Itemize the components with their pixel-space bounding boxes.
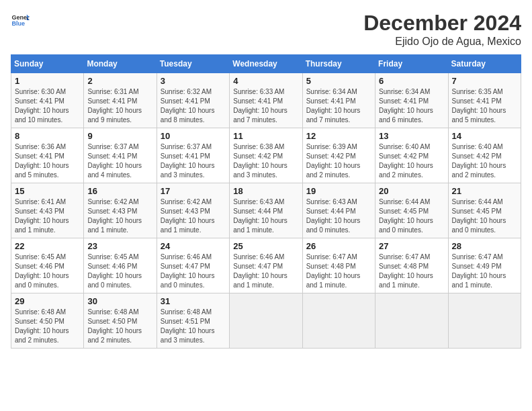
calendar-cell: 29 Sunrise: 6:48 AM Sunset: 4:50 PM Dayl… <box>11 293 84 349</box>
calendar-cell: 2 Sunrise: 6:31 AM Sunset: 4:41 PM Dayli… <box>84 73 157 128</box>
calendar-cell: 30 Sunrise: 6:48 AM Sunset: 4:50 PM Dayl… <box>84 293 157 349</box>
calendar-cell: 5 Sunrise: 6:34 AM Sunset: 4:41 PM Dayli… <box>302 73 375 128</box>
day-info: Sunrise: 6:38 AM Sunset: 4:42 PM Dayligh… <box>233 142 298 180</box>
day-number: 24 <box>161 241 226 251</box>
calendar-cell: 14 Sunrise: 6:40 AM Sunset: 4:42 PM Dayl… <box>448 128 521 183</box>
day-number: 27 <box>379 241 444 251</box>
calendar-cell: 21 Sunrise: 6:44 AM Sunset: 4:45 PM Dayl… <box>448 183 521 238</box>
calendar-cell <box>230 293 302 349</box>
day-info: Sunrise: 6:48 AM Sunset: 4:50 PM Dayligh… <box>87 308 152 345</box>
day-info: Sunrise: 6:43 AM Sunset: 4:44 PM Dayligh… <box>233 197 298 235</box>
day-info: Sunrise: 6:37 AM Sunset: 4:41 PM Dayligh… <box>87 142 152 180</box>
day-info: Sunrise: 6:48 AM Sunset: 4:51 PM Dayligh… <box>161 308 226 345</box>
day-number: 9 <box>87 131 152 141</box>
day-number: 23 <box>87 241 152 251</box>
page-header: General Blue December 2024 Ejido Ojo de … <box>11 11 521 48</box>
day-number: 19 <box>306 186 371 196</box>
col-tuesday: Tuesday <box>157 55 229 73</box>
day-info: Sunrise: 6:40 AM Sunset: 4:42 PM Dayligh… <box>379 142 444 180</box>
day-info: Sunrise: 6:39 AM Sunset: 4:42 PM Dayligh… <box>306 142 371 180</box>
day-number: 21 <box>452 186 517 196</box>
calendar-header: Sunday Monday Tuesday Wednesday Thursday… <box>11 55 521 73</box>
col-friday: Friday <box>375 55 448 73</box>
day-number: 31 <box>161 296 226 306</box>
calendar-cell: 11 Sunrise: 6:38 AM Sunset: 4:42 PM Dayl… <box>230 128 302 183</box>
header-row: Sunday Monday Tuesday Wednesday Thursday… <box>11 55 521 73</box>
calendar-cell: 20 Sunrise: 6:44 AM Sunset: 4:45 PM Dayl… <box>375 183 448 238</box>
calendar-week-5: 29 Sunrise: 6:48 AM Sunset: 4:50 PM Dayl… <box>11 293 521 349</box>
calendar-cell: 6 Sunrise: 6:34 AM Sunset: 4:41 PM Dayli… <box>375 73 448 128</box>
day-number: 26 <box>306 241 371 251</box>
day-info: Sunrise: 6:45 AM Sunset: 4:46 PM Dayligh… <box>87 253 152 290</box>
day-info: Sunrise: 6:30 AM Sunset: 4:41 PM Dayligh… <box>15 87 80 125</box>
day-number: 8 <box>15 131 80 141</box>
day-number: 5 <box>306 76 371 86</box>
col-monday: Monday <box>84 55 157 73</box>
calendar-cell: 27 Sunrise: 6:47 AM Sunset: 4:48 PM Dayl… <box>375 238 448 293</box>
day-info: Sunrise: 6:44 AM Sunset: 4:45 PM Dayligh… <box>452 197 517 235</box>
day-info: Sunrise: 6:41 AM Sunset: 4:43 PM Dayligh… <box>15 197 80 235</box>
title-area: December 2024 Ejido Ojo de Agua, Mexico <box>363 11 521 48</box>
calendar-cell: 15 Sunrise: 6:41 AM Sunset: 4:43 PM Dayl… <box>11 183 84 238</box>
logo-icon: General Blue <box>11 11 30 30</box>
day-number: 16 <box>87 186 152 196</box>
calendar-cell <box>375 293 448 349</box>
calendar-table: Sunday Monday Tuesday Wednesday Thursday… <box>11 54 521 349</box>
day-info: Sunrise: 6:45 AM Sunset: 4:46 PM Dayligh… <box>15 253 80 290</box>
day-number: 4 <box>233 76 298 86</box>
day-number: 28 <box>452 241 517 251</box>
day-number: 14 <box>452 131 517 141</box>
calendar-cell: 13 Sunrise: 6:40 AM Sunset: 4:42 PM Dayl… <box>375 128 448 183</box>
day-info: Sunrise: 6:46 AM Sunset: 4:47 PM Dayligh… <box>161 253 226 290</box>
day-info: Sunrise: 6:47 AM Sunset: 4:48 PM Dayligh… <box>379 253 444 290</box>
calendar-cell: 28 Sunrise: 6:47 AM Sunset: 4:49 PM Dayl… <box>448 238 521 293</box>
day-number: 20 <box>379 186 444 196</box>
svg-text:Blue: Blue <box>11 20 25 27</box>
day-info: Sunrise: 6:46 AM Sunset: 4:47 PM Dayligh… <box>233 253 298 290</box>
day-number: 2 <box>87 76 152 86</box>
day-number: 15 <box>15 186 80 196</box>
calendar-cell: 10 Sunrise: 6:37 AM Sunset: 4:41 PM Dayl… <box>157 128 229 183</box>
calendar-body: 1 Sunrise: 6:30 AM Sunset: 4:41 PM Dayli… <box>11 73 521 349</box>
day-info: Sunrise: 6:40 AM Sunset: 4:42 PM Dayligh… <box>452 142 517 180</box>
day-number: 11 <box>233 131 298 141</box>
day-number: 6 <box>379 76 444 86</box>
month-title: December 2024 <box>363 11 521 36</box>
day-number: 7 <box>452 76 517 86</box>
day-number: 3 <box>161 76 226 86</box>
calendar-cell: 12 Sunrise: 6:39 AM Sunset: 4:42 PM Dayl… <box>302 128 375 183</box>
day-number: 1 <box>15 76 80 86</box>
day-info: Sunrise: 6:42 AM Sunset: 4:43 PM Dayligh… <box>161 197 226 235</box>
calendar-cell <box>448 293 521 349</box>
calendar-cell: 31 Sunrise: 6:48 AM Sunset: 4:51 PM Dayl… <box>157 293 229 349</box>
calendar-cell: 3 Sunrise: 6:32 AM Sunset: 4:41 PM Dayli… <box>157 73 229 128</box>
calendar-cell: 24 Sunrise: 6:46 AM Sunset: 4:47 PM Dayl… <box>157 238 229 293</box>
day-number: 17 <box>161 186 226 196</box>
day-info: Sunrise: 6:32 AM Sunset: 4:41 PM Dayligh… <box>161 87 226 125</box>
col-saturday: Saturday <box>448 55 521 73</box>
day-info: Sunrise: 6:47 AM Sunset: 4:49 PM Dayligh… <box>452 253 517 290</box>
day-info: Sunrise: 6:36 AM Sunset: 4:41 PM Dayligh… <box>15 142 80 180</box>
calendar-cell: 8 Sunrise: 6:36 AM Sunset: 4:41 PM Dayli… <box>11 128 84 183</box>
calendar-cell: 16 Sunrise: 6:42 AM Sunset: 4:43 PM Dayl… <box>84 183 157 238</box>
day-info: Sunrise: 6:31 AM Sunset: 4:41 PM Dayligh… <box>87 87 152 125</box>
calendar-week-3: 15 Sunrise: 6:41 AM Sunset: 4:43 PM Dayl… <box>11 183 521 238</box>
location-title: Ejido Ojo de Agua, Mexico <box>363 36 521 48</box>
calendar-cell: 18 Sunrise: 6:43 AM Sunset: 4:44 PM Dayl… <box>230 183 302 238</box>
day-info: Sunrise: 6:48 AM Sunset: 4:50 PM Dayligh… <box>15 308 80 345</box>
day-info: Sunrise: 6:34 AM Sunset: 4:41 PM Dayligh… <box>306 87 371 125</box>
calendar-cell: 7 Sunrise: 6:35 AM Sunset: 4:41 PM Dayli… <box>448 73 521 128</box>
calendar-cell <box>302 293 375 349</box>
day-number: 30 <box>87 296 152 306</box>
calendar-cell: 1 Sunrise: 6:30 AM Sunset: 4:41 PM Dayli… <box>11 73 84 128</box>
day-info: Sunrise: 6:47 AM Sunset: 4:48 PM Dayligh… <box>306 253 371 290</box>
calendar-cell: 22 Sunrise: 6:45 AM Sunset: 4:46 PM Dayl… <box>11 238 84 293</box>
day-info: Sunrise: 6:42 AM Sunset: 4:43 PM Dayligh… <box>87 197 152 235</box>
day-number: 22 <box>15 241 80 251</box>
calendar-cell: 26 Sunrise: 6:47 AM Sunset: 4:48 PM Dayl… <box>302 238 375 293</box>
calendar-cell: 4 Sunrise: 6:33 AM Sunset: 4:41 PM Dayli… <box>230 73 302 128</box>
day-number: 25 <box>233 241 298 251</box>
col-thursday: Thursday <box>302 55 375 73</box>
calendar-cell: 19 Sunrise: 6:43 AM Sunset: 4:44 PM Dayl… <box>302 183 375 238</box>
col-wednesday: Wednesday <box>230 55 302 73</box>
